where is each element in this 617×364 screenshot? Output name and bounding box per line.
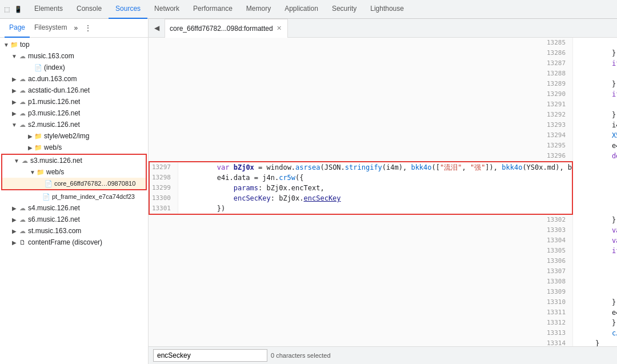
expand-arrow: ▶ (10, 110, 18, 117)
code-line: 13298 e4i.data = j4n.cr5w({ (150, 173, 572, 183)
top-nav: ⬚ 📱 Elements Console Sources Network Per… (0, 0, 617, 19)
code-line: 13309 } (149, 287, 617, 297)
code-tab-close[interactable]: ✕ (275, 24, 283, 33)
line-number: 13308 (149, 277, 573, 287)
tree-label: s3.music.126.net (30, 157, 82, 165)
tree-item-s3music[interactable]: ▼ ☁ s3.music.126.net (2, 155, 146, 166)
tab-memory[interactable]: Memory (239, 0, 278, 19)
line-number: 13307 (149, 266, 573, 277)
tab-sources[interactable]: Sources (109, 0, 147, 19)
tree-item-s2music[interactable]: ▼ ☁ s2.music.126.net (0, 119, 148, 130)
code-line: 13300 encSecKey: bZj0x.encSecKey (150, 193, 572, 203)
tab-security[interactable]: Security (325, 0, 363, 19)
cloud-icon: ☁ (18, 110, 26, 117)
line-number: 13296 (149, 151, 573, 161)
code-line: 13291 i4m = NEJ.X(i4m, j4n.fS7L(e4i.data… (149, 99, 617, 110)
tree-item-webs-s3[interactable]: ▼ 📁 web/s (2, 166, 146, 178)
tree-label: core_66ffd76782…09870810 (54, 180, 135, 187)
tab-console[interactable]: Console (70, 0, 109, 19)
search-status: 0 characters selected (271, 352, 331, 359)
tree-item-core-file[interactable]: 📄 core_66ffd76782…09870810 (2, 178, 146, 189)
line-code: i4m = NEJ.X(i4m, j4n.fS7L(e4i.data) ? j4… (573, 99, 617, 110)
sidebar-tab-filesystem[interactable]: Filesystem (30, 19, 71, 38)
line-code: X5c = X5c.substring(0, m1y2) (573, 38, 617, 48)
tree-item-contentframe[interactable]: ▶ 🗋 contentFrame (discover) (0, 237, 148, 248)
expand-arrow: ▶ (10, 217, 18, 223)
tree-item-index[interactable]: 📄 (index) (0, 62, 148, 73)
line-number: 13292 (149, 110, 573, 120)
tree-item-p1music[interactable]: ▶ ☁ p1.music.126.net (0, 96, 148, 107)
code-line: 13297 var bZj0x = window.asrsea(JSON.str… (150, 162, 572, 173)
cloud-icon: ☁ (21, 157, 29, 165)
code-line: 13312 } (149, 318, 617, 328)
line-number: 13298 (150, 173, 178, 183)
line-code: X5c = X5c.replace("api", "weapi"); (573, 130, 617, 141)
cloud-icon: ☁ (18, 53, 26, 60)
tab-lighthouse[interactable]: Lighthouse (363, 0, 411, 19)
inspect-icon[interactable]: ⬚ (2, 5, 11, 14)
tree-item-stmusic[interactable]: ▶ ☁ st.music.163.com (0, 225, 148, 237)
tree-item-acstatic[interactable]: ▶ ☁ acstatic-dun.126.net (0, 85, 148, 96)
line-code: } (573, 287, 617, 297)
expand-arrow: ▶ (10, 87, 18, 94)
line-number: 13301 (150, 203, 178, 214)
device-icon[interactable]: 📱 (14, 5, 23, 14)
sidebar-more-icon[interactable]: » (71, 23, 80, 33)
search-input[interactable] (153, 349, 267, 362)
line-code: X5c = X5c.replace(cdnHost, apiHost); (573, 256, 617, 266)
sidebar-menu-icon[interactable]: ⋮ (82, 23, 94, 33)
code-editor[interactable]: 13285 X5c = X5c.substring(0, m1y2) 13286… (149, 38, 617, 346)
tab-network[interactable]: Network (147, 0, 186, 19)
tree-item-acdun[interactable]: ▶ ☁ ac.dun.163.com (0, 73, 148, 85)
tree-item-top[interactable]: ▼ 📁 top (0, 39, 148, 50)
code-tab-main[interactable]: core_66ffd76782...098d:formatted ✕ (165, 19, 288, 38)
line-number: 13289 (149, 79, 573, 89)
sidebar-tab-page[interactable]: Page (5, 19, 30, 38)
code-line: 13302 } (149, 215, 617, 225)
expand-arrow: ▶ (10, 239, 18, 246)
page-icon: 🗋 (18, 239, 26, 246)
folder-icon: 📁 (10, 41, 18, 49)
tab-elements[interactable]: Elements (27, 0, 70, 19)
code-tab-label: core_66ffd76782...098d:formatted (170, 25, 273, 33)
line-code: } (573, 318, 617, 328)
line-code: } (573, 297, 617, 307)
file-active-icon: 📄 (45, 180, 53, 187)
code-tab-nav-back[interactable]: ◀ (151, 22, 162, 34)
line-code: }) (178, 203, 572, 214)
highlighted-code-block: 13297 var bZj0x = window.asrsea(JSON.str… (149, 161, 573, 215)
line-number: 13291 (149, 99, 573, 110)
tree-item-webs-s2[interactable]: ▶ 📁 web/s (0, 142, 148, 153)
tab-application[interactable]: Application (278, 0, 325, 19)
tree-item-p3music[interactable]: ▶ ☁ p3.music.126.net (0, 107, 148, 119)
tree-item-ptframe[interactable]: 📄 pt_frame_index_e7ca74dcf23 (0, 191, 148, 202)
tree-label: ac.dun.163.com (28, 75, 77, 83)
code-line: 13305 if (location.host === cdnHost) { (149, 246, 617, 256)
tree-item-music163[interactable]: ▼ ☁ music.163.com (0, 50, 148, 62)
line-code: e4i.cookie = true (573, 307, 617, 318)
line-code: cJh0x(X5c, e4i) (573, 328, 617, 338)
line-number: 13311 (149, 307, 573, 318)
line-number: 13306 (149, 256, 573, 266)
tree-label: web/s (44, 143, 62, 151)
tab-performance[interactable]: Performance (186, 0, 239, 19)
expand-arrow: ▶ (10, 76, 18, 82)
tree-item-s6music[interactable]: ▶ ☁ s6.music.126.net (0, 214, 148, 225)
tree-item-style[interactable]: ▶ 📁 style/web2/img (0, 130, 148, 142)
line-number: 13312 (149, 318, 573, 328)
tree-item-s4music[interactable]: ▶ ☁ s4.music.126.net (0, 202, 148, 214)
line-code: } (573, 215, 617, 225)
expand-arrow: ▶ (10, 99, 18, 105)
folder-icon: 📁 (34, 133, 42, 140)
code-line: 13294 X5c = X5c.replace("api", "weapi"); (149, 130, 617, 141)
code-line: 13306 X5c = X5c.replace(cdnHost, apiHost… (149, 256, 617, 266)
file-icon: 📄 (34, 64, 42, 71)
line-number: 13294 (149, 130, 573, 141)
code-line: 13311 e4i.cookie = true (149, 307, 617, 318)
line-code: if (X5c.match(/^\/(\/we)?api/)) { (573, 266, 617, 277)
expand-arrow: ▼ (13, 158, 21, 164)
main-container: Page Filesystem » ⋮ ▼ 📁 top ▼ ☁ music.16… (0, 19, 617, 364)
expand-arrow: ▼ (29, 169, 37, 175)
line-number: 13309 (149, 287, 573, 297)
line-code: delete e4i.query; (573, 151, 617, 161)
